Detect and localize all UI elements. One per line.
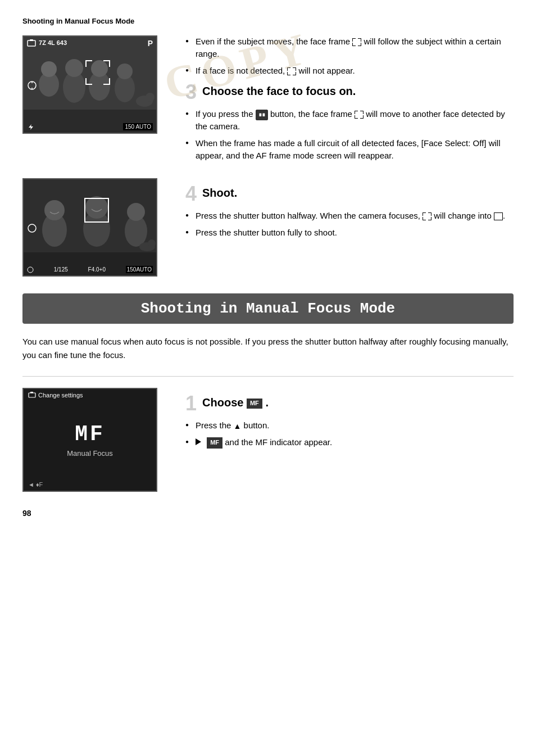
face-frame-icon-4: [423, 212, 431, 220]
mf-text: MF: [75, 422, 105, 446]
top-bullet-list: Even if the subject moves, the face fram…: [185, 35, 514, 76]
camera-icon: [27, 39, 36, 47]
top-bullet-1: Even if the subject moves, the face fram…: [185, 35, 514, 60]
left-images-top: 7Z 4L 643 P: [22, 35, 174, 167]
mf-icon-result: MF: [207, 437, 222, 449]
face-select-button-icon: ∎∎: [256, 110, 268, 120]
svg-rect-12: [28, 40, 35, 46]
step3-bullet-1: If you press the ∎∎ button, the face fra…: [185, 108, 514, 133]
mf-label-text: Manual Focus: [67, 449, 113, 458]
manual-focus-section-header: Shooting in Manual Focus Mode: [22, 293, 514, 324]
focus-icon: [27, 80, 37, 90]
svg-marker-17: [29, 124, 33, 130]
svg-rect-13: [30, 39, 33, 41]
flash-icon: [27, 124, 35, 130]
top-bullet-2: If a face is not detected, will not appe…: [185, 65, 514, 77]
camera-small-icon: [28, 392, 36, 399]
camera-image-1: 7Z 4L 643 P: [22, 35, 157, 134]
cam2-aperture: F4.0+0: [88, 266, 106, 273]
up-arrow-icon: ▲: [234, 420, 242, 432]
page-header: Shooting in Manual Focus Mode: [22, 17, 514, 25]
camera-image-2: 1/125 F4.0+0 150AUTO: [22, 178, 157, 277]
page-number: 98: [22, 509, 514, 518]
result-arrow: [196, 438, 201, 445]
bottom-section: Change settings MF Manual Focus ◄ ♦F 1 C…: [22, 376, 514, 492]
bottom-left: Change settings MF Manual Focus ◄ ♦F: [22, 388, 174, 492]
step1-mf-bullet-2: MF and the MF indicator appear.: [185, 436, 514, 449]
step4-content: 4 Shoot. Press the shutter button halfwa…: [185, 178, 514, 245]
cam2-shutter: 1/125: [54, 266, 68, 273]
step4-bullets: Press the shutter button halfway. When t…: [185, 210, 514, 239]
step3-bullet-2: When the frame has made a full circuit o…: [185, 137, 514, 162]
svg-rect-30: [29, 393, 35, 397]
step3-heading: 3 Choose the face to focus on.: [185, 84, 514, 102]
mf-top-bar: Change settings: [28, 392, 83, 399]
mf-screen: Change settings MF Manual Focus ◄ ♦F: [24, 389, 156, 491]
step1-mf-bullets: Press the ▲ button. MF and the MF indica…: [185, 419, 514, 449]
step4-bullet-1: Press the shutter button halfway. When t…: [185, 210, 514, 222]
focus-icon-2: [27, 223, 37, 233]
right-content-top: Even if the subject moves, the face fram…: [185, 35, 514, 167]
manual-intro-text: You can use manual focus when auto focus…: [22, 335, 514, 362]
mf-bottom-bar: ◄ ♦F: [28, 481, 152, 488]
step1-mf-heading: 1 Choose MF .: [185, 396, 514, 414]
mf-nav-left: ◄ ♦F: [28, 481, 43, 488]
mf-icon: MF: [247, 399, 262, 408]
svg-rect-31: [30, 392, 33, 393]
left-images-step4: 1/125 F4.0+0 150AUTO: [22, 178, 174, 277]
solid-frame-icon: [494, 212, 503, 220]
step4-heading: 4 Shoot.: [185, 186, 514, 204]
camera-top-left: 7Z 4L 643: [27, 39, 67, 47]
camera-image-mf: Change settings MF Manual Focus ◄ ♦F: [22, 388, 157, 492]
step4-section: 1/125 F4.0+0 150AUTO 4 Shoot. Press the …: [22, 178, 514, 277]
change-settings-label: Change settings: [38, 392, 83, 399]
face-frame-icon-3: [355, 111, 364, 119]
camera-hud-1: 7Z 4L 643 P: [24, 37, 156, 133]
camera-bottom-left: [27, 123, 35, 130]
step4-bullet-2: Press the shutter button fully to shoot.: [185, 227, 514, 239]
camera-hud-2: 1/125 F4.0+0 150AUTO: [24, 179, 156, 275]
svg-point-29: [28, 267, 33, 273]
cam2-bottom-left: [27, 266, 34, 273]
top-section: 7Z 4L 643 P: [22, 35, 514, 167]
bottom-right: 1 Choose MF . Press the ▲ button. MF and…: [185, 388, 514, 492]
svg-point-28: [28, 224, 36, 232]
cam2-iso: 150AUTO: [126, 266, 153, 273]
face-frame-icon-2: [287, 67, 296, 75]
step1-mf-bullet-1: Press the ▲ button.: [185, 419, 514, 432]
step3-bullets: If you press the ∎∎ button, the face fra…: [185, 108, 514, 161]
flash-icon-2: [27, 266, 34, 273]
face-frame-icon-1: [352, 38, 361, 46]
